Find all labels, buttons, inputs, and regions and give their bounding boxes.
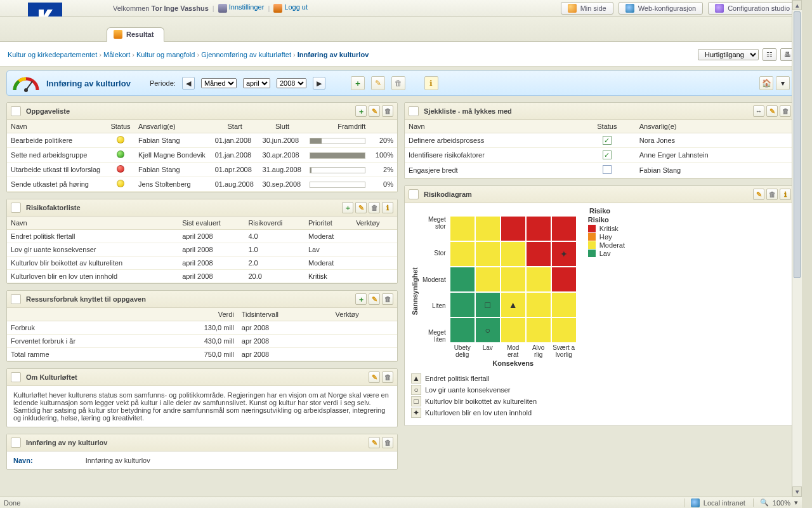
breadcrumb-link[interactable]: Målekort: [103, 51, 130, 58]
table-row[interactable]: Forbruk130,0 millapr 2008: [7, 321, 397, 335]
checklist-title: Sjekkliste - må lykkes med: [424, 107, 512, 115]
gear-icon: [715, 4, 724, 13]
breadcrumb-link[interactable]: Gjennomføring av kulturløftet: [201, 51, 291, 58]
table-row[interactable]: Definere arbeidsprosess ✓ Nora Jones: [405, 133, 795, 148]
table-row[interactable]: Sende utkastet på høring Jens Stoltenber…: [7, 177, 397, 192]
status-dot: [117, 136, 124, 144]
period-year[interactable]: 2008: [277, 78, 306, 88]
tasks-add[interactable]: ＋: [355, 105, 367, 117]
risk-item-legend: ▲Endret politisk flertall○Lov gir uante …: [411, 373, 789, 418]
table-row[interactable]: Endret politisk flertallapril 20084.0Mod…: [7, 230, 397, 243]
period-granularity[interactable]: Måned: [201, 78, 237, 88]
user-icon: [568, 4, 577, 13]
diagram-delete[interactable]: 🗑: [766, 189, 778, 200]
risks-delete[interactable]: 🗑: [369, 202, 380, 213]
info-button[interactable]: ℹ: [424, 76, 438, 90]
risks-edit[interactable]: ✎: [355, 202, 367, 213]
status-dot: [117, 150, 124, 158]
tasks-delete[interactable]: 🗑: [382, 105, 393, 117]
checklist-collapse[interactable]: ↔: [753, 105, 764, 117]
status-zoom[interactable]: 🔍100% ▾: [753, 498, 798, 507]
home-dropdown[interactable]: ▾: [776, 76, 790, 90]
col-evaluated: Sist evaluert: [178, 217, 244, 230]
risks-add[interactable]: ＋: [342, 202, 353, 213]
details-delete[interactable]: 🗑: [382, 437, 393, 448]
col-name: Navn: [7, 217, 178, 230]
status-left: Done: [4, 499, 20, 507]
risks-info[interactable]: ℹ: [382, 202, 393, 213]
col-name: [7, 308, 159, 321]
risk-icon: [11, 203, 21, 213]
table-row[interactable]: Sette ned arbeidsgruppe Kjell Magne Bond…: [7, 148, 397, 163]
checklist-panel: Sjekkliste - må lykkes med ↔ ✎ 🗑 Navn St…: [404, 102, 796, 179]
table-row[interactable]: Forventet forbruk i år430,0 millapr 2008: [7, 335, 397, 348]
status-dot: [117, 180, 124, 187]
period-prev[interactable]: ◀: [182, 77, 195, 90]
details-edit[interactable]: ✎: [369, 437, 380, 448]
table-row[interactable]: Engasjere bredt Fabian Stang: [405, 163, 795, 178]
table-row[interactable]: Utarbeide utkast til lovforslag Fabian S…: [7, 163, 397, 177]
risk-matrix: ✦□▲○: [450, 216, 577, 343]
period-next[interactable]: ▶: [313, 77, 325, 90]
period-month[interactable]: april: [243, 78, 270, 88]
table-row[interactable]: Lov gir uante konsekvenserapril 20081.0L…: [7, 243, 397, 257]
resources-edit[interactable]: ✎: [369, 293, 380, 305]
table-row[interactable]: Total ramme750,0 millapr 2008: [7, 348, 397, 361]
settings-link[interactable]: Innstillinger: [218, 3, 265, 12]
resources-panel: Ressursforbruk knyttet til oppgaven ＋ ✎ …: [6, 290, 398, 362]
checkbox[interactable]: [603, 165, 612, 174]
tasks-panel: Oppgaveliste ＋ ✎ 🗑 Navn Status Ansvarlig…: [6, 102, 398, 192]
quick-access-dropdown[interactable]: Hurtigtilgang: [698, 49, 759, 60]
gauge-icon: [12, 74, 40, 93]
resources-title: Ressursforbruk knyttet til oppgaven: [26, 295, 146, 303]
about-edit[interactable]: ✎: [369, 371, 380, 383]
svg-point-1: [24, 88, 28, 92]
globe-icon: [625, 4, 634, 13]
web-config-button[interactable]: Web-konfigurasjon: [619, 2, 704, 15]
checklist-edit[interactable]: ✎: [766, 105, 778, 117]
my-page-button[interactable]: Min side: [561, 2, 613, 15]
tab-resultat[interactable]: Resultat: [107, 27, 164, 42]
top-bar: Velkommen Tor Inge Vasshus | Innstilling…: [0, 0, 802, 17]
logout-link[interactable]: Logg ut: [273, 3, 308, 12]
welcome-text: Velkommen Tor Inge Vasshus: [113, 4, 209, 12]
diagram-info[interactable]: ℹ: [780, 189, 791, 200]
table-row[interactable]: Identifisere risikofaktorer ✓ Anne Enger…: [405, 148, 795, 163]
table-row[interactable]: Kulturlov blir boikottet av kultureliten…: [7, 257, 397, 270]
breadcrumb-link[interactable]: Kultur og mangfold: [136, 51, 195, 58]
tasks-edit[interactable]: ✎: [369, 105, 380, 117]
checkbox[interactable]: ✓: [603, 150, 612, 159]
table-row[interactable]: Bearbeide politikere Fabian Stang 01.jan…: [7, 133, 397, 148]
home-button[interactable]: 🏠: [759, 76, 773, 90]
diagram-edit[interactable]: ✎: [753, 189, 764, 200]
vertical-scrollbar[interactable]: ▴▾: [792, 0, 802, 497]
diagram-icon: [409, 189, 419, 199]
breadcrumb-row: Kultur og kirkedepartementet › Målekort …: [0, 42, 802, 67]
col-interval: Tidsintervall: [238, 308, 332, 321]
col-end: Slutt: [259, 120, 306, 133]
delete-button[interactable]: 🗑: [391, 76, 405, 90]
add-button[interactable]: ＋: [351, 76, 365, 90]
col-name: Navn: [405, 120, 579, 133]
globe-icon: [691, 498, 700, 507]
risk-point: ○: [485, 326, 490, 335]
org-chart-icon[interactable]: ☷: [763, 48, 776, 61]
progress-bar: [310, 182, 365, 188]
resource-icon: [11, 294, 21, 304]
chart-icon: [114, 30, 122, 39]
details-panel: Innføring av ny kulturlov ✎ 🗑 Navn: Innf…: [6, 434, 398, 470]
status-zone: Local intranet: [684, 498, 745, 507]
resources-add[interactable]: ＋: [355, 293, 367, 305]
progress-bar: [310, 167, 365, 173]
breadcrumb-link[interactable]: Kultur og kirkedepartementet: [8, 51, 97, 58]
wrench-icon: [218, 4, 227, 13]
table-row[interactable]: Kulturloven blir en lov uten innholdapri…: [7, 270, 397, 283]
checklist-delete[interactable]: 🗑: [780, 105, 791, 117]
checkbox[interactable]: ✓: [603, 136, 612, 145]
edit-button[interactable]: ✎: [371, 76, 385, 90]
risk-point: ▲: [509, 300, 518, 309]
about-delete[interactable]: 🗑: [382, 371, 393, 383]
resources-delete[interactable]: 🗑: [382, 293, 393, 305]
col-value: Risikoverdi: [244, 217, 304, 230]
config-studio-button[interactable]: Configuration studio: [708, 2, 797, 15]
